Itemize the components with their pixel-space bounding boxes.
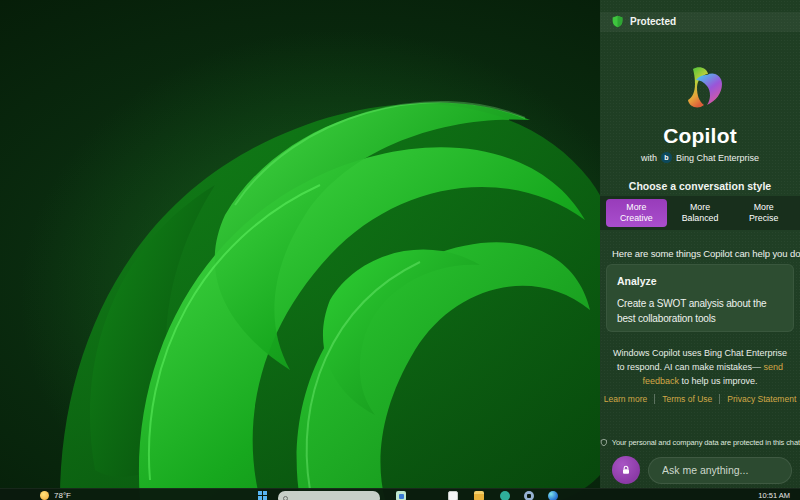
shield-outline-icon (600, 438, 608, 447)
start-icon (258, 496, 262, 500)
taskbar-clock[interactable]: 10:51 AM (758, 491, 790, 500)
style-more-precise-button[interactable]: More Precise (733, 199, 794, 227)
disclaimer-before: Windows Copilot uses Bing Chat Enterpris… (613, 348, 787, 372)
subtitle-brand: Bing Chat Enterprise (676, 153, 759, 163)
suggestions-intro: Here are some things Copilot can help yo… (612, 248, 800, 259)
file-explorer-icon[interactable] (474, 491, 484, 500)
footer-links: Learn more Terms of Use Privacy Statemen… (600, 394, 800, 404)
weather-widget[interactable]: 78°F (40, 491, 71, 500)
link-divider (719, 394, 720, 404)
style-label-line1: More (754, 202, 774, 213)
suggestion-prompt: Create a SWOT analysis about the best co… (617, 296, 783, 326)
copilot-subtitle: with b Bing Chat Enterprise (600, 152, 800, 163)
conversation-style-picker: More Creative More Balanced More Precise (600, 196, 800, 230)
start-button[interactable] (258, 491, 267, 500)
style-label-line1: More (690, 202, 710, 213)
desktop: Protected Copilot with (0, 0, 800, 500)
copilot-glyph (399, 494, 404, 499)
style-label-line2: Balanced (682, 213, 719, 224)
start-icon (263, 496, 267, 500)
suggestion-card[interactable]: Analyze Create a SWOT analysis about the… (606, 264, 794, 332)
start-icon (263, 491, 267, 495)
protected-badge-label: Protected (630, 16, 676, 27)
style-more-balanced-button[interactable]: More Balanced (670, 199, 731, 227)
bing-chat-icon: b (661, 152, 672, 163)
link-divider (654, 394, 655, 404)
taskbar: 78°F 10:51 AM (0, 488, 800, 500)
lock-icon (620, 464, 632, 476)
ask-me-anything-input[interactable] (648, 457, 792, 484)
copilot-title: Copilot (600, 124, 800, 148)
learn-more-link[interactable]: Learn more (604, 394, 647, 404)
edge-icon[interactable] (548, 491, 558, 500)
protected-chat-button[interactable] (612, 456, 640, 484)
disclaimer-after: to help us improve. (682, 376, 758, 386)
suggestion-category: Analyze (617, 275, 783, 287)
notepad-taskbar-icon[interactable] (448, 491, 458, 500)
chat-input-row (612, 456, 792, 484)
privacy-note: Your personal and company data are prote… (600, 438, 800, 447)
subtitle-prefix: with (641, 153, 657, 163)
terms-of-use-link[interactable]: Terms of Use (662, 394, 712, 404)
shield-icon (611, 15, 624, 28)
style-label-line1: More (626, 202, 646, 213)
settings-gear-icon[interactable] (524, 491, 534, 500)
search-icon (283, 496, 288, 500)
disclaimer-text: Windows Copilot uses Bing Chat Enterpris… (610, 347, 790, 389)
style-label-line2: Precise (749, 213, 778, 224)
taskbar-search-box[interactable] (278, 491, 380, 500)
privacy-statement-link[interactable]: Privacy Statement (727, 394, 796, 404)
copilot-logo-icon (676, 66, 724, 114)
copilot-panel: Protected Copilot with (600, 0, 800, 488)
style-more-creative-button[interactable]: More Creative (606, 199, 667, 227)
weather-temp: 78°F (54, 491, 71, 500)
start-icon (258, 491, 262, 495)
style-label-line2: Creative (620, 213, 653, 224)
weather-sun-icon (40, 491, 49, 500)
teams-icon[interactable] (500, 491, 510, 500)
copilot-taskbar-icon[interactable] (396, 491, 406, 500)
protected-badge: Protected (611, 15, 676, 28)
privacy-note-text: Your personal and company data are prote… (612, 438, 800, 447)
conversation-style-heading: Choose a conversation style (600, 180, 800, 192)
